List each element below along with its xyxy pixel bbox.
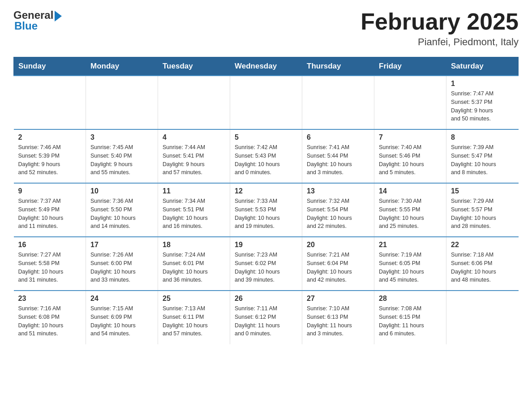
calendar-cell: 15Sunrise: 7:29 AM Sunset: 5:57 PM Dayli… [446,183,519,237]
calendar-cell: 26Sunrise: 7:11 AM Sunset: 6:12 PM Dayli… [230,291,302,344]
day-number: 3 [90,133,153,141]
day-info: Sunrise: 7:39 AM Sunset: 5:47 PM Dayligh… [451,143,514,177]
day-info: Sunrise: 7:45 AM Sunset: 5:40 PM Dayligh… [90,143,153,177]
day-number: 4 [163,133,225,141]
calendar-cell [446,291,519,344]
day-number: 27 [307,295,369,303]
calendar-week-2: 2Sunrise: 7:46 AM Sunset: 5:39 PM Daylig… [14,129,519,183]
day-info: Sunrise: 7:37 AM Sunset: 5:49 PM Dayligh… [18,197,82,231]
day-info: Sunrise: 7:36 AM Sunset: 5:50 PM Dayligh… [90,197,153,231]
calendar-cell: 7Sunrise: 7:40 AM Sunset: 5:46 PM Daylig… [374,129,446,183]
day-header-friday: Friday [374,57,446,76]
calendar-cell: 24Sunrise: 7:15 AM Sunset: 6:09 PM Dayli… [86,291,158,344]
day-number: 22 [451,241,514,249]
calendar-week-3: 9Sunrise: 7:37 AM Sunset: 5:49 PM Daylig… [14,183,519,237]
calendar-cell [302,76,374,129]
day-header-tuesday: Tuesday [158,57,230,76]
day-number: 23 [18,295,82,303]
day-number: 15 [451,187,514,195]
day-number: 5 [235,133,297,141]
calendar-cell [374,76,446,129]
calendar-week-5: 23Sunrise: 7:16 AM Sunset: 6:08 PM Dayli… [14,291,519,344]
day-info: Sunrise: 7:18 AM Sunset: 6:06 PM Dayligh… [451,251,514,284]
logo-blue-text: Blue [13,20,62,32]
month-title: February 2025 [360,9,519,34]
day-info: Sunrise: 7:15 AM Sunset: 6:09 PM Dayligh… [90,304,153,338]
day-info: Sunrise: 7:24 AM Sunset: 6:01 PM Dayligh… [163,251,225,284]
day-number: 11 [163,187,225,195]
calendar-cell: 8Sunrise: 7:39 AM Sunset: 5:47 PM Daylig… [446,129,519,183]
calendar-cell [14,76,86,129]
calendar-cell: 23Sunrise: 7:16 AM Sunset: 6:08 PM Dayli… [14,291,86,344]
calendar-table: SundayMondayTuesdayWednesdayThursdayFrid… [13,57,519,344]
day-number: 26 [235,295,297,303]
location-text: Pianfei, Piedmont, Italy [360,36,519,48]
day-number: 21 [379,241,442,249]
day-info: Sunrise: 7:30 AM Sunset: 5:55 PM Dayligh… [379,197,442,231]
day-info: Sunrise: 7:27 AM Sunset: 5:58 PM Dayligh… [18,251,82,284]
day-number: 8 [451,133,514,141]
day-info: Sunrise: 7:16 AM Sunset: 6:08 PM Dayligh… [18,304,82,338]
calendar-cell: 22Sunrise: 7:18 AM Sunset: 6:06 PM Dayli… [446,237,519,291]
calendar-cell: 19Sunrise: 7:23 AM Sunset: 6:02 PM Dayli… [230,237,302,291]
day-number: 18 [163,241,225,249]
day-info: Sunrise: 7:40 AM Sunset: 5:46 PM Dayligh… [379,143,442,177]
calendar-cell: 27Sunrise: 7:10 AM Sunset: 6:13 PM Dayli… [302,291,374,344]
day-number: 20 [307,241,369,249]
calendar-cell: 16Sunrise: 7:27 AM Sunset: 5:58 PM Dayli… [14,237,86,291]
day-header-wednesday: Wednesday [230,57,302,76]
calendar-cell [158,76,230,129]
logo: General Blue [13,9,62,32]
page-header: General Blue February 2025 Pianfei, Pied… [13,9,519,48]
days-header-row: SundayMondayTuesdayWednesdayThursdayFrid… [14,57,519,76]
calendar-week-4: 16Sunrise: 7:27 AM Sunset: 5:58 PM Dayli… [14,237,519,291]
day-number: 19 [235,241,297,249]
day-number: 14 [379,187,442,195]
day-info: Sunrise: 7:41 AM Sunset: 5:44 PM Dayligh… [307,143,369,177]
day-number: 6 [307,133,369,141]
day-number: 16 [18,241,82,249]
calendar-cell: 3Sunrise: 7:45 AM Sunset: 5:40 PM Daylig… [86,129,158,183]
day-number: 10 [90,187,153,195]
calendar-week-1: 1Sunrise: 7:47 AM Sunset: 5:37 PM Daylig… [14,76,519,129]
day-info: Sunrise: 7:13 AM Sunset: 6:11 PM Dayligh… [163,304,225,338]
day-info: Sunrise: 7:26 AM Sunset: 6:00 PM Dayligh… [90,251,153,284]
calendar-cell [230,76,302,129]
day-number: 2 [18,133,82,141]
calendar-cell: 18Sunrise: 7:24 AM Sunset: 6:01 PM Dayli… [158,237,230,291]
calendar-cell: 4Sunrise: 7:44 AM Sunset: 5:41 PM Daylig… [158,129,230,183]
day-number: 28 [379,295,442,303]
day-info: Sunrise: 7:23 AM Sunset: 6:02 PM Dayligh… [235,251,297,284]
day-number: 17 [90,241,153,249]
calendar-header: SundayMondayTuesdayWednesdayThursdayFrid… [14,57,519,76]
day-info: Sunrise: 7:34 AM Sunset: 5:51 PM Dayligh… [163,197,225,231]
day-info: Sunrise: 7:32 AM Sunset: 5:54 PM Dayligh… [307,197,369,231]
day-number: 13 [307,187,369,195]
day-header-monday: Monday [86,57,158,76]
day-number: 9 [18,187,82,195]
day-header-sunday: Sunday [14,57,86,76]
calendar-cell: 12Sunrise: 7:33 AM Sunset: 5:53 PM Dayli… [230,183,302,237]
calendar-cell: 2Sunrise: 7:46 AM Sunset: 5:39 PM Daylig… [14,129,86,183]
calendar-cell: 13Sunrise: 7:32 AM Sunset: 5:54 PM Dayli… [302,183,374,237]
calendar-cell [86,76,158,129]
day-info: Sunrise: 7:47 AM Sunset: 5:37 PM Dayligh… [451,90,514,123]
day-number: 24 [90,295,153,303]
calendar-cell: 10Sunrise: 7:36 AM Sunset: 5:50 PM Dayli… [86,183,158,237]
calendar-cell: 28Sunrise: 7:08 AM Sunset: 6:15 PM Dayli… [374,291,446,344]
calendar-cell: 11Sunrise: 7:34 AM Sunset: 5:51 PM Dayli… [158,183,230,237]
calendar-body: 1Sunrise: 7:47 AM Sunset: 5:37 PM Daylig… [14,76,519,344]
calendar-cell: 6Sunrise: 7:41 AM Sunset: 5:44 PM Daylig… [302,129,374,183]
day-info: Sunrise: 7:42 AM Sunset: 5:43 PM Dayligh… [235,143,297,177]
day-header-thursday: Thursday [302,57,374,76]
day-info: Sunrise: 7:11 AM Sunset: 6:12 PM Dayligh… [235,304,297,338]
day-number: 25 [163,295,225,303]
day-number: 12 [235,187,297,195]
calendar-cell: 25Sunrise: 7:13 AM Sunset: 6:11 PM Dayli… [158,291,230,344]
day-number: 7 [379,133,442,141]
day-info: Sunrise: 7:21 AM Sunset: 6:04 PM Dayligh… [307,251,369,284]
day-info: Sunrise: 7:29 AM Sunset: 5:57 PM Dayligh… [451,197,514,231]
calendar-cell: 1Sunrise: 7:47 AM Sunset: 5:37 PM Daylig… [446,76,519,129]
day-info: Sunrise: 7:10 AM Sunset: 6:13 PM Dayligh… [307,304,369,338]
calendar-cell: 20Sunrise: 7:21 AM Sunset: 6:04 PM Dayli… [302,237,374,291]
